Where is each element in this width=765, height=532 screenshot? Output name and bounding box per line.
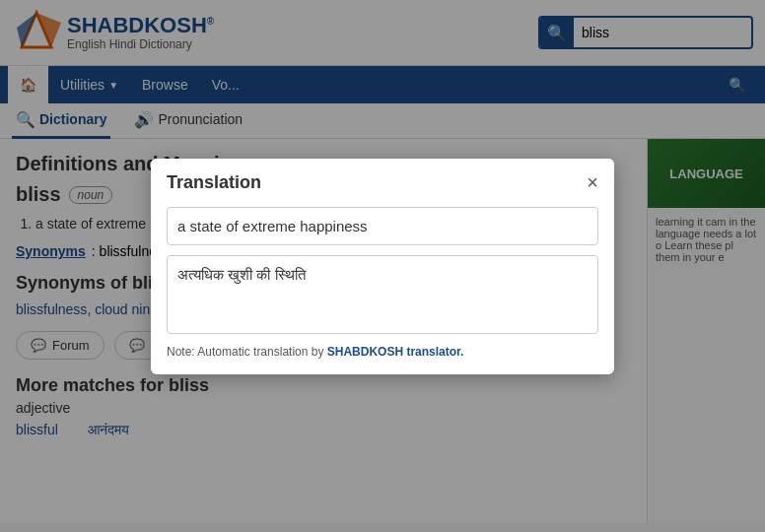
- modal-note-link[interactable]: SHABDKOSH translator.: [327, 345, 464, 359]
- modal-body: अत्यधिक खुशी की स्थिति Note: Automatic t…: [151, 207, 614, 374]
- modal-title: Translation: [167, 172, 261, 193]
- translation-output[interactable]: अत्यधिक खुशी की स्थिति: [167, 255, 598, 334]
- modal-note: Note: Automatic translation by SHABDKOSH…: [167, 345, 598, 359]
- translation-modal: Translation × अत्यधिक खुशी की स्थिति Not…: [151, 159, 614, 374]
- modal-close-button[interactable]: ×: [587, 172, 598, 192]
- modal-header: Translation ×: [151, 159, 614, 207]
- modal-overlay: Translation × अत्यधिक खुशी की स्थिति Not…: [0, 0, 765, 532]
- translation-source-input[interactable]: [167, 207, 598, 245]
